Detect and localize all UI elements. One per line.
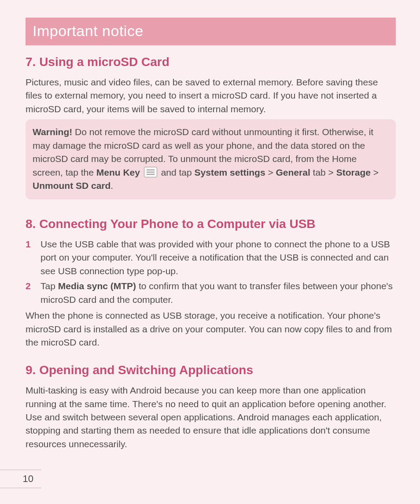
page-banner: Important notice <box>26 18 396 45</box>
warning-text-3: > <box>265 167 276 177</box>
step-1: 1 Use the USB cable that was provided wi… <box>26 238 396 278</box>
section-9: 9. Opening and Switching Applications Mu… <box>26 361 396 451</box>
warning-label: Warning! <box>33 127 72 137</box>
banner-title: Important notice <box>33 22 144 39</box>
step-2-text: Tap Media sync (MTP) to confirm that you… <box>41 280 396 306</box>
general-tab-label: General <box>276 167 310 177</box>
system-settings-label: System settings <box>195 167 265 177</box>
warning-text-end: . <box>111 180 113 191</box>
section-9-heading: 9. Opening and Switching Applications <box>26 361 396 379</box>
warning-box: Warning! Do not remove the microSD card … <box>26 119 396 199</box>
menu-key-icon <box>144 167 157 177</box>
warning-text-5: > <box>371 167 379 177</box>
menu-key-label: Menu Key <box>96 167 140 177</box>
section-9-paragraph: Multi-tasking is easy with Android becau… <box>26 384 396 451</box>
page-number-footer: 10 <box>0 470 41 488</box>
media-sync-label: Media sync (MTP) <box>58 281 136 291</box>
step-1-number: 1 <box>26 238 41 278</box>
step-1-text: Use the USB cable that was provided with… <box>41 238 396 278</box>
section-8-heading: 8. Connecting Your Phone to a Computer v… <box>26 215 396 233</box>
step-2: 2 Tap Media sync (MTP) to confirm that y… <box>26 280 396 306</box>
warning-text-2: and tap <box>158 167 195 177</box>
step-2-pre: Tap <box>41 281 58 291</box>
step-2-number: 2 <box>26 280 41 306</box>
section-7-heading: 7. Using a microSD Card <box>26 53 396 71</box>
page-number: 10 <box>23 473 33 484</box>
section-7-paragraph: Pictures, music and video files, can be … <box>26 76 396 116</box>
unmount-sd-card-label: Unmount SD card <box>33 180 111 191</box>
section-8-paragraph-after: When the phone is connected as USB stora… <box>26 309 396 349</box>
section-7: 7. Using a microSD Card Pictures, music … <box>26 53 396 199</box>
section-8-steps: 1 Use the USB cable that was provided wi… <box>26 238 396 306</box>
warning-text-4: tab > <box>310 167 336 177</box>
storage-label: Storage <box>336 167 371 177</box>
page: Important notice 7. Using a microSD Card… <box>0 0 420 504</box>
section-8: 8. Connecting Your Phone to a Computer v… <box>26 215 396 349</box>
